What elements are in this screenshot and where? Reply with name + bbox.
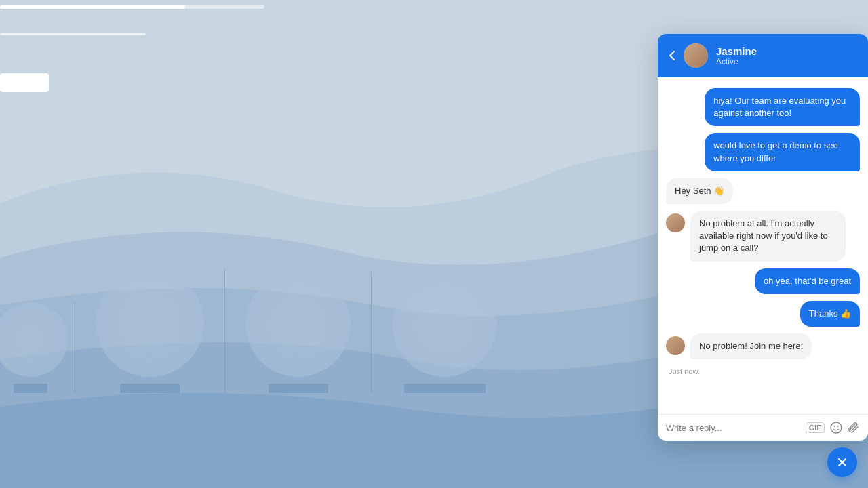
message-row: Hey Seth 👋	[666, 178, 860, 204]
agent-avatar	[684, 43, 708, 68]
svg-point-1	[831, 422, 842, 433]
card-item[interactable]	[75, 268, 225, 393]
gif-button[interactable]: GIF	[806, 422, 825, 433]
svg-point-3	[837, 426, 839, 427]
chat-panel: Jasmine Active hiya! Our team are evalua…	[658, 34, 868, 441]
card-circle	[0, 302, 68, 377]
card-circle	[96, 268, 204, 377]
chat-input-area: GIF	[658, 414, 868, 441]
message-bubble-outgoing: would love to get a demo to see where yo…	[705, 133, 860, 171]
chat-reply-input[interactable]	[666, 423, 800, 433]
card-circle	[392, 272, 497, 377]
card-item[interactable]	[372, 272, 517, 393]
message-bubble-outgoing: hiya! Our team are evaluating you agains…	[705, 88, 860, 126]
card-item[interactable]	[225, 272, 372, 393]
search-box[interactable]	[0, 73, 49, 92]
message-bubble-outgoing: Thanks 👍	[800, 301, 860, 327]
chat-fab-button[interactable]	[827, 447, 857, 477]
subtitle-line	[0, 33, 146, 35]
card-circle	[245, 272, 351, 377]
message-bubble-incoming: Hey Seth 👋	[666, 178, 733, 204]
chat-back-button[interactable]	[669, 50, 675, 61]
card-label	[269, 384, 328, 393]
chat-input-icons: GIF	[806, 422, 860, 434]
left-content	[0, 0, 644, 488]
message-bubble-outgoing: oh yea, that'd be great	[755, 268, 860, 294]
agent-avatar-small	[666, 336, 685, 355]
chat-header-info: Jasmine Active	[716, 45, 857, 66]
message-bubble-incoming: No problem at all. I'm actually availabl…	[690, 211, 846, 262]
agent-avatar-small	[666, 214, 685, 232]
agent-status: Active	[716, 57, 857, 66]
card-label	[120, 384, 180, 393]
progress-bar-fill	[0, 5, 185, 9]
chat-messages: hiya! Our team are evaluating you agains…	[658, 77, 868, 414]
emoji-button[interactable]	[830, 422, 842, 434]
message-row: hiya! Our team are evaluating you agains…	[666, 88, 860, 126]
card-label	[404, 384, 486, 393]
card-label	[14, 384, 47, 393]
agent-name: Jasmine	[716, 45, 857, 57]
message-timestamp: Just now.	[666, 367, 860, 375]
chat-header: Jasmine Active	[658, 34, 868, 77]
progress-bar-container	[0, 5, 264, 9]
svg-point-2	[834, 426, 835, 427]
attach-button[interactable]	[848, 422, 860, 434]
message-row: No problem at all. I'm actually availabl…	[666, 211, 860, 262]
message-bubble-incoming: No problem! Join me here:	[690, 333, 812, 359]
message-row: No problem! Join me here:	[666, 333, 860, 359]
message-row: Thanks 👍	[666, 301, 860, 327]
message-row: oh yea, that'd be great	[666, 268, 860, 294]
card-item[interactable]	[0, 302, 75, 393]
message-row: would love to get a demo to see where yo…	[666, 133, 860, 171]
